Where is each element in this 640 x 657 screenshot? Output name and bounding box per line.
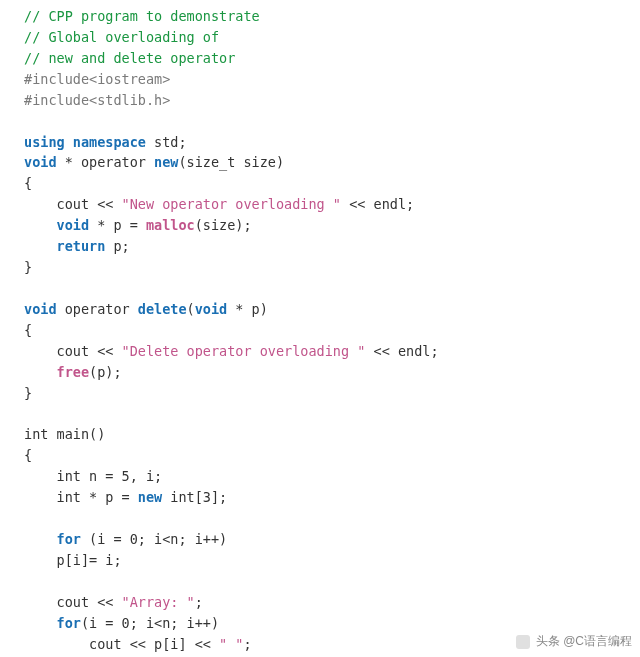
kw-using: using <box>24 134 65 150</box>
kw-new: new <box>138 489 162 505</box>
comment-line: // CPP program to demonstrate <box>24 8 260 24</box>
text: cout << <box>57 594 122 610</box>
watermark-icon <box>516 635 530 649</box>
text: int * p = <box>57 489 138 505</box>
kw-void: void <box>57 217 90 233</box>
text: int main() <box>24 426 105 442</box>
text: operator <box>73 154 154 170</box>
string: "Delete operator overloading " <box>122 343 366 359</box>
kw-void: void <box>195 301 228 317</box>
text: p[i]= i; <box>57 552 122 568</box>
string: " " <box>219 636 243 652</box>
kw-return: return <box>57 238 106 254</box>
text: << endl; <box>341 196 414 212</box>
text: (p); <box>89 364 122 380</box>
brace: { <box>24 322 32 338</box>
kw-namespace: namespace <box>73 134 146 150</box>
kw-for: for <box>57 531 81 547</box>
text: cout << p[i] << <box>89 636 219 652</box>
text: operator <box>57 301 138 317</box>
text: ; <box>195 594 203 610</box>
brace: { <box>24 447 32 463</box>
text: int n = 5, i; <box>57 468 163 484</box>
text: cout << <box>57 196 122 212</box>
kw-void: void <box>24 154 57 170</box>
include-line: #include<iostream> <box>24 71 170 87</box>
fn-free: free <box>57 364 90 380</box>
comment-line: // Global overloading of <box>24 29 219 45</box>
text: << endl; <box>365 343 438 359</box>
text: cout << <box>57 343 122 359</box>
watermark: 头条 @C语言编程 <box>516 632 632 651</box>
text: * p) <box>227 301 268 317</box>
kw-delete: delete <box>138 301 187 317</box>
brace: { <box>24 175 32 191</box>
text: (i = 0; i<n; i++) <box>81 531 227 547</box>
text: (i = 0; i<n; i++) <box>81 615 219 631</box>
comment-line: // new and delete operator <box>24 50 235 66</box>
brace: } <box>24 385 32 401</box>
string: "Array: " <box>122 594 195 610</box>
text: p; <box>105 238 129 254</box>
watermark-text: 头条 @C语言编程 <box>536 634 632 648</box>
include-line: #include<stdlib.h> <box>24 92 170 108</box>
text: ; <box>243 636 251 652</box>
text: int[3]; <box>162 489 227 505</box>
fn-malloc: malloc <box>146 217 195 233</box>
kw-for: for <box>57 615 81 631</box>
text: (size); <box>195 217 252 233</box>
kw-new: new <box>154 154 178 170</box>
brace: } <box>24 259 32 275</box>
kw-void: void <box>24 301 57 317</box>
code-block: // CPP program to demonstrate // Global … <box>0 0 640 657</box>
text: * p = <box>89 217 146 233</box>
text: ( <box>187 301 195 317</box>
text: (size_t size) <box>178 154 284 170</box>
text: std; <box>146 134 187 150</box>
string: "New operator overloading " <box>122 196 341 212</box>
text: * <box>57 154 73 170</box>
